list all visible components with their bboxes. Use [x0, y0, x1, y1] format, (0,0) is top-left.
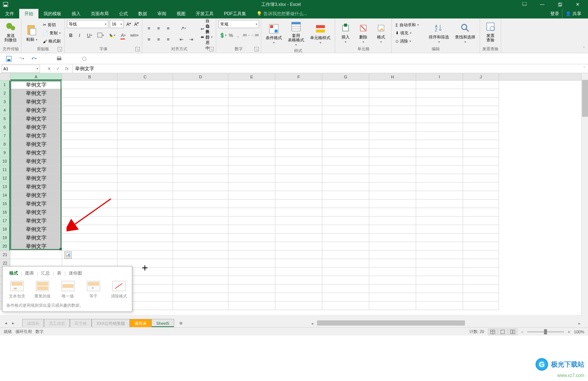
cell[interactable] — [369, 123, 416, 132]
cell[interactable] — [322, 115, 369, 123]
cell[interactable] — [416, 302, 463, 310]
cell[interactable] — [62, 217, 118, 225]
bold-button[interactable]: B — [67, 31, 75, 39]
cell[interactable] — [416, 293, 463, 302]
decrease-font-button[interactable]: A▾ — [133, 21, 140, 27]
column-header[interactable]: E — [228, 73, 275, 80]
cell[interactable] — [275, 251, 322, 259]
cell[interactable] — [118, 200, 173, 208]
format-cells-button[interactable]: 格式▾ — [373, 21, 389, 45]
clear-button[interactable]: ◇清除 ▾ — [394, 38, 425, 45]
cell[interactable] — [322, 106, 369, 115]
view-page-break-button[interactable] — [508, 329, 517, 335]
increase-decimal-button[interactable]: .00→ — [242, 31, 250, 39]
tab-view[interactable]: 视图 — [171, 9, 191, 18]
cell[interactable] — [118, 81, 173, 89]
cell[interactable] — [228, 115, 275, 123]
cell[interactable] — [322, 268, 369, 276]
align-left-button[interactable]: ≡ — [145, 35, 153, 44]
cell[interactable]: 举例文字 — [10, 132, 62, 140]
row-header[interactable]: 10 — [0, 157, 10, 166]
cell[interactable] — [275, 276, 322, 285]
cell[interactable] — [369, 183, 416, 191]
cell[interactable] — [369, 276, 416, 285]
currency-button[interactable]: 💲▾ — [218, 31, 227, 39]
tab-developer[interactable]: 开发工具 — [191, 9, 219, 18]
cell[interactable] — [228, 259, 275, 268]
format-as-table-button[interactable]: 套用 表格格式▾ — [286, 20, 306, 48]
cell[interactable]: 举例文字 — [10, 115, 62, 123]
cell[interactable] — [173, 166, 228, 174]
fill-button[interactable]: ⬇填充 ▾ — [394, 30, 425, 37]
sheet-nav-next[interactable]: ▸ — [10, 319, 17, 327]
decrease-indent-button[interactable]: ⇤ — [177, 35, 186, 44]
column-header[interactable]: D — [173, 73, 228, 80]
cell[interactable] — [228, 149, 275, 157]
cell[interactable] — [275, 268, 322, 276]
cell[interactable] — [62, 89, 118, 98]
popup-opt-equal[interactable]: =等于 — [84, 281, 103, 299]
cell[interactable] — [228, 225, 275, 234]
row-header[interactable]: 13 — [0, 183, 10, 191]
row-header[interactable]: 3 — [0, 98, 10, 106]
dialog-launcher-icon[interactable]: ↘ — [58, 47, 62, 51]
invoice-check-button[interactable]: 发票 查验 — [482, 20, 499, 43]
cell[interactable] — [322, 293, 369, 302]
cell[interactable] — [118, 149, 173, 157]
scrollbar-thumb[interactable] — [317, 320, 465, 326]
delete-cells-button[interactable]: 删除▾ — [355, 21, 371, 45]
row-header[interactable]: 12 — [0, 174, 10, 183]
cell[interactable] — [416, 89, 463, 98]
increase-font-button[interactable]: A▴ — [125, 21, 132, 27]
cell[interactable] — [118, 242, 173, 251]
cell[interactable] — [275, 285, 322, 293]
cell[interactable] — [10, 251, 62, 259]
cell[interactable] — [463, 302, 499, 310]
popup-opt-duplicate[interactable]: 重复的值 — [33, 281, 52, 299]
cell[interactable] — [173, 191, 228, 200]
cell[interactable] — [463, 140, 499, 149]
select-all-corner[interactable] — [0, 73, 10, 81]
cell[interactable] — [416, 140, 463, 149]
maximize-button[interactable] — [553, 1, 567, 8]
view-normal-button[interactable] — [488, 329, 497, 335]
cell[interactable] — [416, 251, 463, 259]
cell[interactable] — [369, 225, 416, 234]
tab-pdf[interactable]: PDF工具集 — [219, 9, 251, 18]
cell[interactable] — [463, 89, 499, 98]
cell[interactable] — [173, 132, 228, 140]
cell[interactable] — [62, 200, 118, 208]
cell[interactable] — [62, 157, 118, 166]
cell[interactable] — [173, 81, 228, 89]
share-button[interactable]: 👤 共享 — [562, 9, 584, 18]
cell[interactable] — [416, 191, 463, 200]
cell[interactable] — [416, 183, 463, 191]
qat-print-button[interactable] — [55, 55, 63, 62]
cell[interactable] — [118, 89, 173, 98]
cell[interactable] — [463, 106, 499, 115]
cell[interactable] — [62, 81, 118, 89]
cell[interactable] — [275, 157, 322, 166]
cell[interactable] — [322, 302, 369, 310]
cell[interactable] — [463, 191, 499, 200]
cell[interactable] — [228, 166, 275, 174]
cell[interactable] — [369, 106, 416, 115]
cell[interactable] — [62, 174, 118, 183]
cell[interactable] — [275, 106, 322, 115]
cell[interactable] — [275, 293, 322, 302]
cell[interactable] — [463, 285, 499, 293]
cell[interactable] — [228, 132, 275, 140]
cell[interactable] — [275, 200, 322, 208]
cell[interactable] — [228, 285, 275, 293]
row-header[interactable]: 11 — [0, 166, 10, 174]
cell[interactable] — [228, 234, 275, 242]
percent-button[interactable]: % — [228, 31, 234, 39]
cell[interactable] — [62, 140, 118, 149]
cell[interactable] — [228, 123, 275, 132]
cell[interactable] — [369, 208, 416, 217]
cell[interactable] — [322, 217, 369, 225]
popup-opt-clear-format[interactable]: 清除格式 — [109, 281, 128, 299]
cell[interactable] — [463, 276, 499, 285]
expand-formula-bar-button[interactable]: ˅ — [581, 66, 588, 71]
cell[interactable] — [369, 293, 416, 302]
